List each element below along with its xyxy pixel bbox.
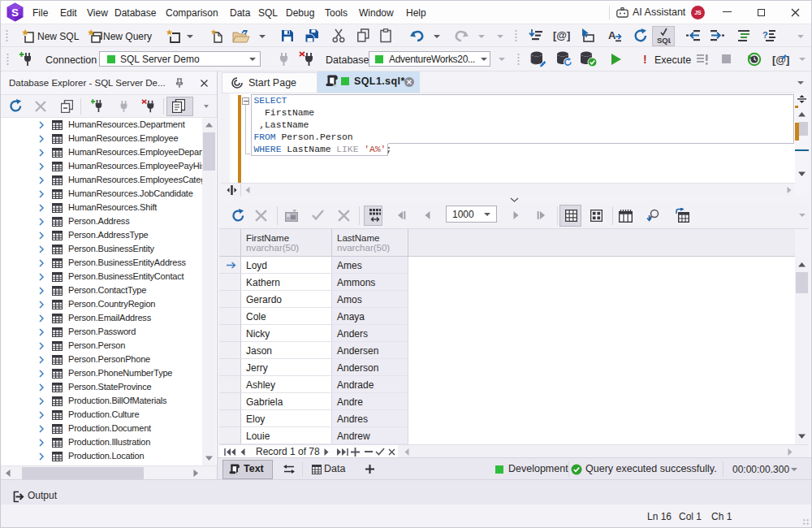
svg-text:A: A bbox=[608, 29, 616, 41]
svg-text:S: S bbox=[11, 6, 19, 19]
svg-text:?: ? bbox=[762, 30, 768, 40]
svg-text:SQL: SQL bbox=[657, 36, 671, 45]
